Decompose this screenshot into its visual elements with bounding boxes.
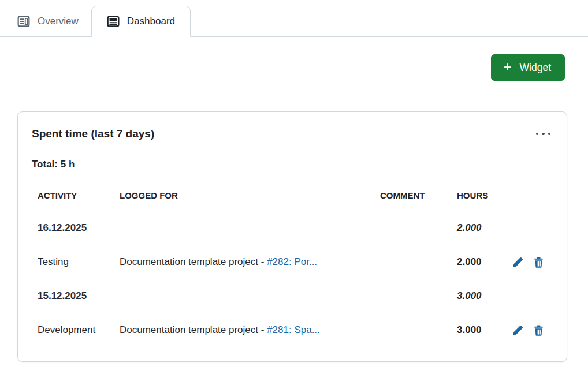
- date-label: 15.12.2025: [32, 279, 114, 313]
- work-package-link[interactable]: #282: Por...: [267, 256, 317, 267]
- page-toolbar: + Widget: [0, 37, 588, 81]
- ellipsis-icon: [536, 133, 539, 136]
- column-header-actions: [503, 179, 553, 211]
- widget-header: Spent time (last 7 days): [32, 127, 553, 141]
- actions-cell: [503, 245, 553, 279]
- activity-label: Development: [32, 313, 114, 347]
- comment-cell: [374, 313, 451, 347]
- total-hours-label: Total: 5 h: [32, 158, 553, 171]
- content-tab-bar: Overview Dashboard: [0, 0, 588, 37]
- column-header-hours: HOURS: [451, 179, 503, 211]
- delete-entry-button[interactable]: [533, 325, 544, 336]
- time-entry-row: DevelopmentDocumentation template projec…: [32, 313, 553, 347]
- comment-cell: [374, 245, 451, 279]
- project-name: Documentation template project -: [120, 324, 267, 335]
- tab-dashboard[interactable]: Dashboard: [91, 6, 191, 37]
- time-entry-row: TestingDocumentation template project - …: [32, 245, 553, 279]
- time-entries-table: ACTIVITY LOGGED FOR COMMENT HOURS 16.12.…: [32, 179, 553, 347]
- tab-overview-label: Overview: [38, 16, 79, 27]
- hours-daily-sum: 3.000: [451, 279, 503, 313]
- edit-entry-button[interactable]: [512, 257, 523, 268]
- column-header-activity: ACTIVITY: [32, 179, 114, 211]
- project-name: Documentation template project -: [120, 256, 267, 267]
- logged-for-cell: [114, 279, 374, 313]
- column-header-logged-for: LOGGED FOR: [114, 179, 374, 211]
- widget-menu-button[interactable]: [534, 128, 553, 140]
- widget-title: Spent time (last 7 days): [32, 127, 154, 141]
- hours-value: 2.000: [451, 245, 503, 279]
- logged-for-cell: Documentation template project - #281: S…: [114, 313, 374, 347]
- delete-entry-button[interactable]: [533, 257, 544, 268]
- pencil-icon: [512, 325, 523, 336]
- plus-icon: +: [504, 60, 512, 74]
- pencil-icon: [512, 257, 523, 268]
- tab-dashboard-label: Dashboard: [127, 16, 175, 27]
- date-label: 16.12.2025: [32, 211, 114, 245]
- comment-cell: [374, 279, 451, 313]
- actions-cell: [503, 279, 553, 313]
- dashboard-icon: [107, 15, 120, 28]
- actions-cell: [503, 313, 553, 347]
- time-entries-body: 16.12.20252.000TestingDocumentation temp…: [32, 211, 553, 347]
- date-sum-row: 16.12.20252.000: [32, 211, 553, 245]
- trash-icon: [533, 325, 544, 336]
- date-sum-row: 15.12.20253.000: [32, 279, 553, 313]
- hours-value: 3.000: [451, 313, 503, 347]
- overview-icon: [17, 15, 30, 28]
- edit-entry-button[interactable]: [512, 325, 523, 336]
- add-widget-label: Widget: [520, 62, 551, 74]
- spent-time-widget: Spent time (last 7 days) Total: 5 h ACTI…: [17, 111, 567, 362]
- add-widget-button[interactable]: + Widget: [491, 54, 565, 81]
- comment-cell: [374, 211, 451, 245]
- trash-icon: [533, 257, 544, 268]
- tab-overview[interactable]: Overview: [5, 6, 91, 37]
- table-header-row: ACTIVITY LOGGED FOR COMMENT HOURS: [32, 179, 553, 211]
- work-package-link[interactable]: #281: Spa...: [267, 324, 320, 335]
- activity-label: Testing: [32, 245, 114, 279]
- actions-cell: [503, 211, 553, 245]
- logged-for-cell: [114, 211, 374, 245]
- column-header-comment: COMMENT: [374, 179, 451, 211]
- hours-daily-sum: 2.000: [451, 211, 503, 245]
- logged-for-cell: Documentation template project - #282: P…: [114, 245, 374, 279]
